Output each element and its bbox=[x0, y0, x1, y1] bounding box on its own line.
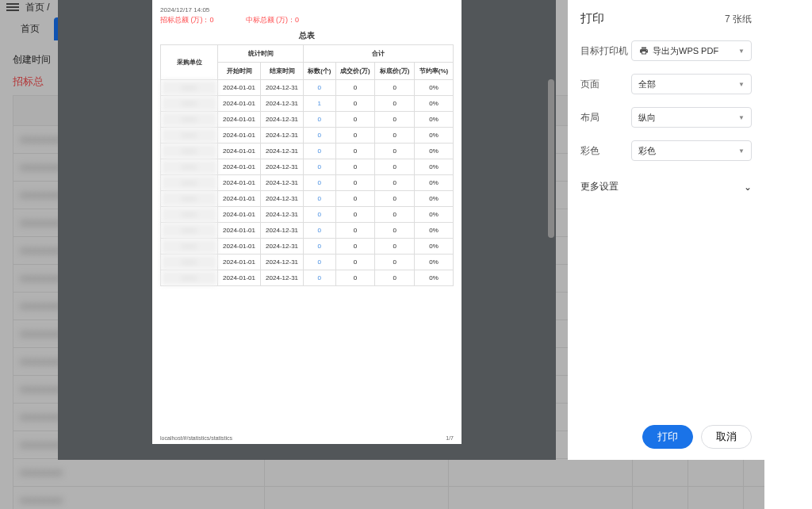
sheet-count: 7 张纸 bbox=[725, 13, 752, 26]
label-layout: 布局 bbox=[580, 111, 631, 124]
print-dialog-overlay: 2024/12/17 14:05 招标总额 (万)：0 中标总额 (万)：0 总… bbox=[0, 0, 812, 509]
printer-icon bbox=[638, 46, 649, 55]
table-row: xxxxx 2024-01-012024-12-31 00 00% bbox=[161, 112, 454, 128]
unit-cell: xxxxx bbox=[161, 270, 218, 286]
chevron-down-icon: ⌄ bbox=[744, 182, 752, 193]
table-row: xxxxx 2024-01-012024-12-31 00 00% bbox=[161, 128, 454, 144]
unit-cell: xxxxx bbox=[161, 144, 218, 159]
unit-cell: xxxxx bbox=[161, 239, 218, 254]
unit-cell: xxxxx bbox=[161, 96, 218, 112]
preview-page-num: 1/7 bbox=[446, 435, 454, 441]
th-stat-time: 统计时间 bbox=[218, 45, 304, 63]
table-row: xxxxx 2024-01-012024-12-31 00 00% bbox=[161, 80, 454, 96]
label-color: 彩色 bbox=[580, 144, 631, 158]
label-printer: 目标打印机 bbox=[580, 44, 631, 58]
print-preview-area: 2024/12/17 14:05 招标总额 (万)：0 中标总额 (万)：0 总… bbox=[58, 0, 556, 460]
win-total: 中标总额 (万)：0 bbox=[246, 15, 300, 25]
th-rate: 节约率(%) bbox=[415, 63, 454, 80]
preview-page-1: 2024/12/17 14:05 招标总额 (万)：0 中标总额 (万)：0 总… bbox=[152, 0, 462, 444]
table-row: xxxxx 2024-01-012024-12-31 00 00% bbox=[161, 223, 454, 239]
table-row: xxxxx 2024-01-012024-12-31 00 00% bbox=[161, 175, 454, 191]
th-end: 结束时间 bbox=[261, 63, 304, 80]
bid-total: 招标总额 (万)：0 bbox=[160, 15, 214, 25]
table-row: xxxxx 2024-01-012024-12-31 00 00% bbox=[161, 239, 454, 254]
unit-cell: xxxxx bbox=[161, 80, 218, 96]
preview-scrollbar[interactable] bbox=[548, 79, 554, 238]
th-total: 合计 bbox=[304, 45, 454, 63]
preview-title: 总表 bbox=[160, 30, 454, 41]
layout-select[interactable]: 纵向▼ bbox=[631, 107, 752, 128]
table-row: xxxxx 2024-01-012024-12-31 00 00% bbox=[161, 144, 454, 159]
table-row: xxxxx 2024-01-012024-12-31 00 00% bbox=[161, 270, 454, 286]
unit-cell: xxxxx bbox=[161, 175, 218, 191]
th-start: 开始时间 bbox=[218, 63, 261, 80]
chevron-down-icon: ▼ bbox=[738, 81, 745, 88]
chevron-down-icon: ▼ bbox=[738, 48, 745, 55]
unit-cell: xxxxx bbox=[161, 223, 218, 239]
unit-cell: xxxxx bbox=[161, 254, 218, 270]
more-settings-toggle[interactable]: 更多设置 ⌄ bbox=[580, 180, 752, 193]
th-deal: 成交价(万) bbox=[335, 63, 375, 80]
preview-timestamp: 2024/12/17 14:05 bbox=[160, 6, 454, 13]
chevron-down-icon: ▼ bbox=[738, 147, 745, 155]
label-pages: 页面 bbox=[580, 78, 631, 91]
preview-table: 采购单位 统计时间 合计 开始时间 结束时间 标数(个) 成交价(万) 标底价(… bbox=[160, 44, 454, 286]
chevron-down-icon: ▼ bbox=[738, 114, 745, 121]
far-right-strip bbox=[764, 0, 812, 509]
print-settings-panel: 打印 7 张纸 目标打印机 导出为WPS PDF ▼ 页面 全部▼ 布局 纵向▼… bbox=[568, 0, 764, 460]
preview-url: localhost/#/statistics/statistics bbox=[160, 435, 232, 441]
unit-cell: xxxxx bbox=[161, 207, 218, 223]
panel-title: 打印 bbox=[580, 11, 604, 26]
print-button[interactable]: 打印 bbox=[642, 425, 693, 449]
table-row: xxxxx 2024-01-012024-12-31 00 00% bbox=[161, 254, 454, 270]
printer-select[interactable]: 导出为WPS PDF ▼ bbox=[631, 40, 752, 61]
th-base: 标底价(万) bbox=[375, 63, 415, 80]
pages-select[interactable]: 全部▼ bbox=[631, 74, 752, 94]
unit-cell: xxxxx bbox=[161, 191, 218, 207]
color-select[interactable]: 彩色▼ bbox=[631, 140, 752, 161]
table-row: xxxxx 2024-01-012024-12-31 00 00% bbox=[161, 191, 454, 207]
unit-cell: xxxxx bbox=[161, 112, 218, 128]
table-row: xxxxx 2024-01-012024-12-31 10 00% bbox=[161, 96, 454, 112]
table-row: xxxxx 2024-01-012024-12-31 00 00% bbox=[161, 159, 454, 175]
table-row: xxxxx 2024-01-012024-12-31 00 00% bbox=[161, 207, 454, 223]
unit-cell: xxxxx bbox=[161, 159, 218, 175]
th-bid-count: 标数(个) bbox=[304, 63, 335, 80]
unit-cell: xxxxx bbox=[161, 128, 218, 144]
th-unit: 采购单位 bbox=[161, 45, 218, 80]
cancel-button[interactable]: 取消 bbox=[701, 425, 752, 449]
